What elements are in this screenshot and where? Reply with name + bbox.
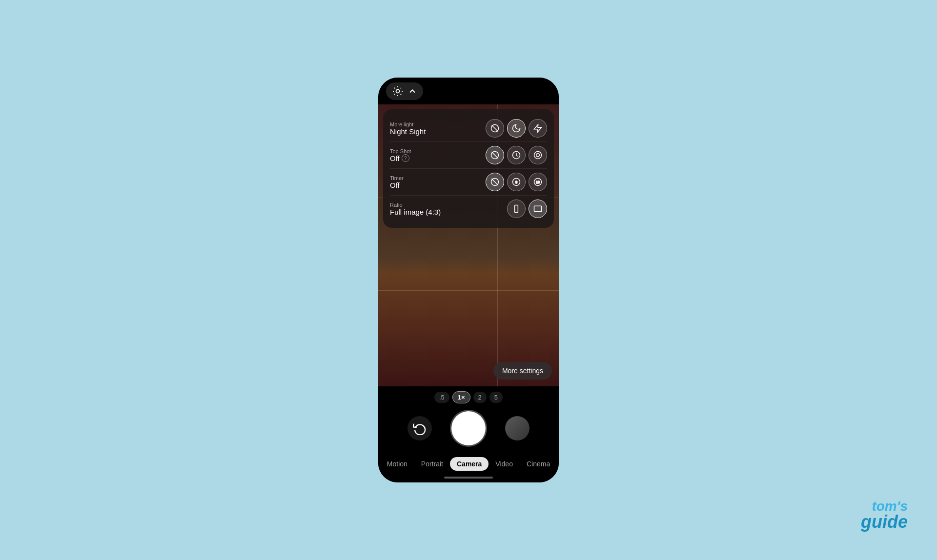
shutter-row — [378, 406, 559, 453]
settings-panel: More light Night Sight — [383, 109, 554, 228]
svg-line-9 — [491, 179, 498, 185]
tab-cinema[interactable]: Cinema — [520, 457, 557, 471]
tab-video[interactable]: Video — [489, 457, 520, 471]
timer-options: 3 10 — [486, 173, 547, 191]
phone-ui: More light Night Sight — [378, 78, 559, 482]
timer-value: Off — [390, 181, 404, 189]
home-bar — [444, 477, 493, 479]
top-shot-row: Top Shot Off ? — [390, 142, 547, 169]
timer-row: Timer Off 3 10 — [390, 169, 547, 196]
night-sight-row: More light Night Sight — [390, 115, 547, 142]
zoom-5x-button[interactable]: 5 — [489, 392, 503, 403]
mode-tabs: Motion Portrait Camera Video Cinema — [378, 453, 559, 473]
timer-labels: Timer Off — [390, 175, 404, 189]
svg-line-2 — [491, 125, 498, 131]
ratio-43-button[interactable] — [529, 200, 547, 218]
ratio-labels: Ratio Full image (4:3) — [390, 202, 441, 216]
flash-off-button[interactable] — [486, 119, 504, 138]
top-shot-options — [486, 146, 547, 164]
night-sight-value: Night Sight — [390, 127, 426, 136]
more-light-title: More light — [390, 121, 426, 127]
top-shot-title: Top Shot — [390, 148, 411, 154]
flip-camera-button[interactable] — [407, 416, 432, 440]
home-indicator — [378, 473, 559, 482]
night-sight-button[interactable] — [507, 119, 526, 138]
viewfinder: More light Night Sight — [378, 104, 559, 386]
top-shot-best-button[interactable] — [529, 146, 547, 164]
timer-title: Timer — [390, 175, 404, 181]
grid-line-h2 — [378, 290, 559, 291]
svg-point-6 — [534, 152, 542, 159]
timer-off-button[interactable] — [486, 173, 504, 191]
svg-rect-15 — [534, 206, 542, 212]
gallery-thumbnail[interactable] — [505, 416, 530, 440]
top-bar — [378, 78, 559, 104]
watermark-toms: tom's — [861, 500, 908, 513]
zoom-1x-button[interactable]: 1× — [452, 391, 470, 403]
top-bar-icons-group — [386, 82, 423, 100]
svg-text:3: 3 — [515, 180, 517, 184]
top-shot-auto-button[interactable] — [507, 146, 526, 164]
tab-camera[interactable]: Camera — [450, 457, 489, 471]
svg-line-4 — [491, 152, 498, 158]
ratio-row: Ratio Full image (4:3) — [390, 196, 547, 222]
watermark-guide: guide — [861, 513, 908, 531]
top-shot-off-button[interactable] — [486, 146, 504, 164]
top-shot-labels: Top Shot Off ? — [390, 148, 411, 162]
watermark: tom's guide — [861, 500, 908, 531]
ratio-title: Ratio — [390, 202, 441, 208]
camera-settings-icon[interactable] — [392, 85, 404, 97]
zoom-05-button[interactable]: .5 — [434, 392, 449, 403]
timer-10s-button[interactable]: 10 — [529, 173, 547, 191]
ratio-options — [507, 200, 547, 218]
zoom-2x-button[interactable]: 2 — [473, 392, 487, 403]
shutter-button[interactable] — [451, 411, 486, 445]
svg-text:10: 10 — [536, 180, 540, 184]
flash-on-button[interactable] — [529, 119, 547, 138]
help-icon[interactable]: ? — [402, 154, 409, 162]
zoom-row: .5 1× 2 5 — [378, 386, 559, 406]
ratio-value: Full image (4:3) — [390, 208, 441, 216]
timer-3s-button[interactable]: 3 — [507, 173, 526, 191]
tab-portrait[interactable]: Portrait — [414, 457, 450, 471]
top-shot-value-group: Off ? — [390, 154, 411, 162]
svg-point-7 — [536, 154, 540, 157]
tab-motion[interactable]: Motion — [380, 457, 414, 471]
collapse-button[interactable] — [407, 86, 417, 96]
top-shot-value: Off — [390, 154, 400, 162]
bottom-controls: .5 1× 2 5 Motion Portrait Camera Video C… — [378, 386, 559, 482]
ratio-916-button[interactable] — [507, 200, 526, 218]
more-settings-button[interactable]: More settings — [493, 362, 552, 380]
svg-point-0 — [396, 89, 400, 93]
svg-rect-14 — [515, 205, 518, 213]
night-sight-labels: More light Night Sight — [390, 121, 426, 136]
night-sight-options — [486, 119, 547, 138]
